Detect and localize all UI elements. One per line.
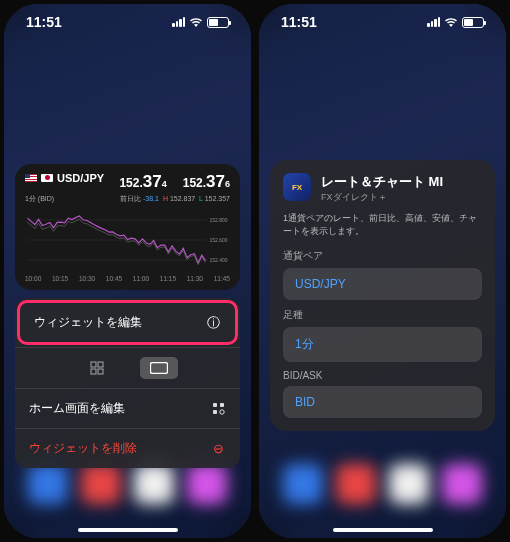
cellular-signal-icon (427, 17, 440, 27)
price-chart: 152.800 152.600 152.400 (25, 208, 230, 270)
price-display: 152.374 152.376 (119, 172, 230, 192)
rect-icon (150, 362, 168, 374)
status-time: 11:51 (281, 14, 317, 30)
info-icon: ⓘ (206, 315, 221, 330)
flag-us-icon (25, 174, 37, 182)
widget-config-panel: FX レート＆チャート MI FXダイレクト＋ 1通貨ペアのレート、前日比、高値… (270, 160, 495, 431)
widget-context-menu: ウィジェットを編集 ⓘ ホーム画面を編集 ウィジェットを削除 ⊖ (15, 298, 240, 468)
svg-rect-9 (98, 369, 103, 374)
apps-icon (211, 401, 226, 416)
pair-select[interactable]: USD/JPY (283, 268, 482, 300)
status-bar: 11:51 (259, 4, 506, 34)
status-right (427, 17, 484, 28)
app-icon: FX (283, 173, 311, 201)
svg-text:152.600: 152.600 (209, 237, 227, 243)
home-indicator[interactable] (333, 528, 433, 532)
svg-text:152.800: 152.800 (209, 217, 227, 223)
period-select[interactable]: 1分 (283, 327, 482, 362)
config-description: 1通貨ペアのレート、前日比、高値、安値、チャートを表示します。 (283, 212, 482, 237)
battery-icon (207, 17, 229, 28)
flag-jp-icon (41, 174, 53, 182)
size-medium-button[interactable] (140, 357, 178, 379)
chart-time-axis: 10:00 10:15 10:30 10:45 11:00 11:15 11:3… (25, 275, 230, 282)
svg-text:152.400: 152.400 (209, 257, 227, 263)
widget-size-selector[interactable] (15, 347, 240, 388)
svg-rect-12 (220, 403, 224, 407)
home-indicator[interactable] (78, 528, 178, 532)
edit-home-button[interactable]: ホーム画面を編集 (15, 388, 240, 428)
svg-rect-8 (91, 369, 96, 374)
period-field-label: 足種 (283, 308, 482, 322)
edit-widget-button[interactable]: ウィジェットを編集 ⓘ (17, 300, 238, 345)
svg-rect-11 (213, 403, 217, 407)
bidask-select[interactable]: BID (283, 386, 482, 418)
wifi-icon (189, 17, 203, 27)
size-small-button[interactable] (78, 357, 116, 379)
svg-point-14 (220, 410, 224, 414)
delta-block: 前日比 -38.1 H 152.837 L 152.357 (120, 194, 230, 204)
svg-rect-6 (91, 362, 96, 367)
status-bar: 11:51 (4, 4, 251, 34)
svg-rect-10 (150, 363, 167, 374)
rate-chart-widget[interactable]: USD/JPY 152.374 152.376 1分 (BID) 前日比 -38… (15, 164, 240, 290)
config-title: レート＆チャート MI (321, 173, 443, 191)
ask-price: 152.376 (183, 172, 230, 192)
status-right (172, 17, 229, 28)
bidask-field-label: BID/ASK (283, 370, 482, 381)
svg-rect-13 (213, 410, 217, 414)
config-subtitle: FXダイレクト＋ (321, 191, 443, 204)
minus-circle-icon: ⊖ (211, 441, 226, 456)
phone-right: 11:51 FX レート＆チャート MI FXダイレクト＋ 1通貨ペアのレート、… (259, 4, 506, 538)
phone-left: 11:51 USD/JPY 152.374 152.376 (4, 4, 251, 538)
battery-icon (462, 17, 484, 28)
status-time: 11:51 (26, 14, 62, 30)
pair-field-label: 通貨ペア (283, 249, 482, 263)
wifi-icon (444, 17, 458, 27)
bid-price: 152.374 (119, 172, 166, 192)
cellular-signal-icon (172, 17, 185, 27)
grid-icon (90, 361, 104, 375)
currency-pair-label: USD/JPY (25, 172, 104, 184)
timeframe-label: 1分 (BID) (25, 194, 54, 204)
remove-widget-button[interactable]: ウィジェットを削除 ⊖ (15, 428, 240, 468)
svg-rect-7 (98, 362, 103, 367)
